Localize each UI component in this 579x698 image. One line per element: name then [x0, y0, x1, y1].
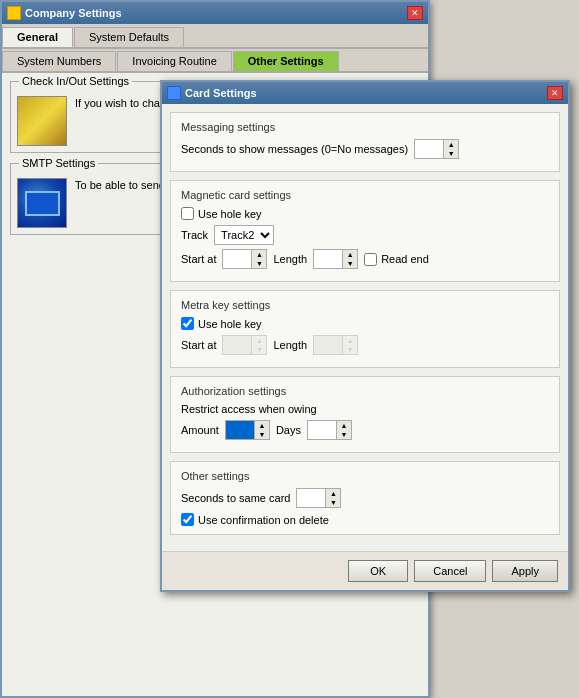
tabs-row1: General System Defaults	[2, 24, 428, 49]
mag-startat-label: Start at	[181, 253, 216, 265]
metra-title: Metra key settings	[181, 299, 549, 311]
readend-label: Read end	[381, 253, 429, 265]
track-label: Track	[181, 229, 208, 241]
confirm-delete-checkbox[interactable]	[181, 513, 194, 526]
smtp-icon	[17, 178, 67, 228]
company-titlebar: Company Settings ✕	[2, 2, 428, 24]
mag-length-input[interactable]: 6	[314, 250, 342, 268]
tab-system-defaults[interactable]: System Defaults	[74, 27, 184, 47]
confirm-delete-label: Use confirmation on delete	[198, 514, 329, 526]
card-settings-modal: Card Settings ✕ Messaging settings Secon…	[160, 80, 570, 592]
magnetic-track-row: Track Track2 Track1 Track3	[181, 225, 549, 245]
metra-startat-spin-down: ▼	[252, 345, 266, 354]
mag-startat-spin-down[interactable]: ▼	[252, 259, 266, 268]
mag-startat-spin-buttons: ▲ ▼	[251, 250, 266, 268]
company-close-button[interactable]: ✕	[407, 6, 423, 20]
tab-invoicing-routine[interactable]: Invoicing Routine	[117, 51, 231, 71]
tabs-row2: System Numbers Invoicing Routine Other S…	[2, 49, 428, 73]
modal-content: Messaging settings Seconds to show messa…	[162, 104, 568, 551]
tab-general[interactable]: General	[2, 27, 73, 47]
days-spin-down[interactable]: ▼	[337, 430, 351, 439]
modal-title-icon	[167, 86, 181, 100]
seconds-samecard-spin-up[interactable]: ▲	[326, 489, 340, 498]
messaging-section: Messaging settings Seconds to show messa…	[170, 112, 560, 172]
readend-checkbox[interactable]	[364, 253, 377, 266]
seconds-samecard-label: Seconds to same card	[181, 492, 290, 504]
other-title: Other settings	[181, 470, 549, 482]
metra-section: Metra key settings Use hole key Start at…	[170, 290, 560, 368]
days-spin-buttons: ▲ ▼	[336, 421, 351, 439]
magnetic-holekey-checkbox[interactable]	[181, 207, 194, 220]
checkinout-title: Check In/Out Settings	[19, 75, 132, 87]
tab-system-numbers[interactable]: System Numbers	[2, 51, 116, 71]
magnetic-startat-row: Start at 7 ▲ ▼ Length 6 ▲ ▼	[181, 249, 549, 269]
mag-startat-spin-up[interactable]: ▲	[252, 250, 266, 259]
seconds-show-spin-up[interactable]: ▲	[444, 140, 458, 149]
metra-holekey-row: Use hole key	[181, 317, 549, 330]
amount-spin-down[interactable]: ▼	[255, 430, 269, 439]
metra-length-spin-buttons: ▲ ▼	[342, 336, 357, 354]
seconds-show-input[interactable]: 6	[415, 140, 443, 158]
metra-length-spin-up: ▲	[343, 336, 357, 345]
days-spin-up[interactable]: ▲	[337, 421, 351, 430]
metra-startat-spin-buttons: ▲ ▼	[251, 336, 266, 354]
magnetic-holekey-label: Use hole key	[198, 208, 262, 220]
authorization-section: Authorization settings Restrict access w…	[170, 376, 560, 453]
authorization-row: Amount 350 ▲ ▼ Days 30 ▲ ▼	[181, 420, 549, 440]
ok-button[interactable]: OK	[348, 560, 408, 582]
readend-row: Read end	[364, 253, 429, 266]
magnetic-section: Magnetic card settings Use hole key Trac…	[170, 180, 560, 282]
amount-spinbox[interactable]: 350 ▲ ▼	[225, 420, 270, 440]
modal-titlebar: Card Settings ✕	[162, 82, 568, 104]
seconds-samecard-row: Seconds to same card 5 ▲ ▼	[181, 488, 549, 508]
metra-length-spin-down: ▼	[343, 345, 357, 354]
metra-holekey-label: Use hole key	[198, 318, 262, 330]
seconds-samecard-spinbox[interactable]: 5 ▲ ▼	[296, 488, 341, 508]
days-input[interactable]: 30	[308, 421, 336, 439]
metra-length-input: 8	[314, 336, 342, 354]
smtp-title: SMTP Settings	[19, 157, 98, 169]
metra-startat-label: Start at	[181, 339, 216, 351]
metra-startat-input: 28	[223, 336, 251, 354]
days-spinbox[interactable]: 30 ▲ ▼	[307, 420, 352, 440]
messaging-row: Seconds to show messages (0=No messages)…	[181, 139, 549, 159]
amount-spin-buttons: ▲ ▼	[254, 421, 269, 439]
seconds-show-spin-buttons: ▲ ▼	[443, 140, 458, 158]
mag-length-spinbox[interactable]: 6 ▲ ▼	[313, 249, 358, 269]
modal-footer: OK Cancel Apply	[162, 551, 568, 590]
metra-startat-spin-up: ▲	[252, 336, 266, 345]
amount-label: Amount	[181, 424, 219, 436]
other-section: Other settings Seconds to same card 5 ▲ …	[170, 461, 560, 535]
metra-holekey-checkbox[interactable]	[181, 317, 194, 330]
mag-startat-input[interactable]: 7	[223, 250, 251, 268]
seconds-show-spinbox[interactable]: 6 ▲ ▼	[414, 139, 459, 159]
magnetic-holekey-row: Use hole key	[181, 207, 549, 220]
seconds-samecard-input[interactable]: 5	[297, 489, 325, 507]
company-title-icon	[7, 6, 21, 20]
modal-title-text: Card Settings	[185, 87, 257, 99]
seconds-show-spin-down[interactable]: ▼	[444, 149, 458, 158]
tab-other-settings[interactable]: Other Settings	[233, 51, 339, 71]
mag-startat-spinbox[interactable]: 7 ▲ ▼	[222, 249, 267, 269]
metra-startat-row: Start at 28 ▲ ▼ Length 8 ▲ ▼	[181, 335, 549, 355]
seconds-samecard-spin-down[interactable]: ▼	[326, 498, 340, 507]
metra-length-spinbox: 8 ▲ ▼	[313, 335, 358, 355]
amount-input[interactable]: 350	[226, 421, 254, 439]
restrict-label: Restrict access when owing	[181, 403, 549, 415]
confirm-delete-row: Use confirmation on delete	[181, 513, 549, 526]
days-label: Days	[276, 424, 301, 436]
metra-startat-spinbox: 28 ▲ ▼	[222, 335, 267, 355]
company-title-text: Company Settings	[25, 7, 122, 19]
metra-length-label: Length	[273, 339, 307, 351]
amount-spin-up[interactable]: ▲	[255, 421, 269, 430]
modal-close-button[interactable]: ✕	[547, 86, 563, 100]
cancel-button[interactable]: Cancel	[414, 560, 486, 582]
mag-length-label: Length	[273, 253, 307, 265]
messaging-title: Messaging settings	[181, 121, 549, 133]
seconds-show-label: Seconds to show messages (0=No messages)	[181, 143, 408, 155]
mag-length-spin-down[interactable]: ▼	[343, 259, 357, 268]
mag-length-spin-up[interactable]: ▲	[343, 250, 357, 259]
apply-button[interactable]: Apply	[492, 560, 558, 582]
magnetic-title: Magnetic card settings	[181, 189, 549, 201]
track-select[interactable]: Track2 Track1 Track3	[214, 225, 274, 245]
